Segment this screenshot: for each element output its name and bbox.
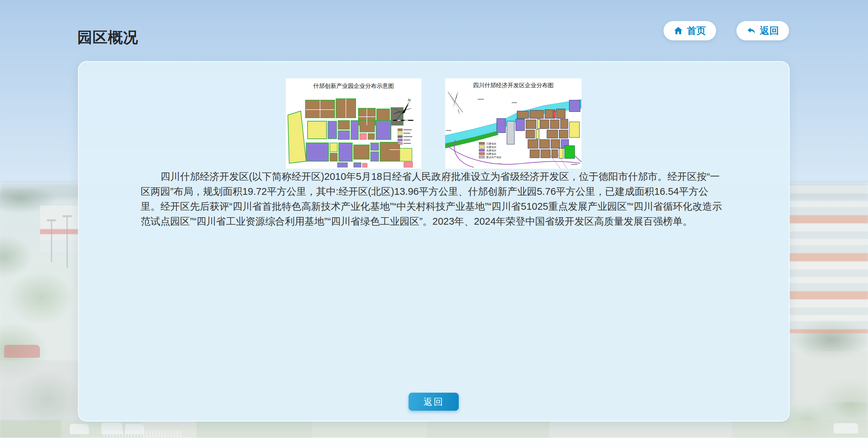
map-right-title: 四川什邡经济开发区企业分布图	[473, 82, 554, 89]
parcel-green	[565, 146, 575, 159]
back-arrow-icon	[747, 26, 756, 35]
back-button-bottom[interactable]: 返回	[409, 393, 459, 411]
overview-paragraph: 四川什邡经济开发区(以下简称经开区)2010年5月18日经省人民政府批准设立为省…	[141, 169, 727, 229]
overview-card: 什邡创新产业园企业分布示意图	[78, 61, 790, 422]
svg-text:N: N	[408, 98, 411, 102]
svg-text:已建地块: 已建地块	[486, 142, 497, 145]
top-nav: 首页 返回	[664, 21, 789, 40]
home-icon	[674, 26, 683, 35]
home-button-label: 首页	[687, 24, 706, 37]
parcel-gray	[507, 121, 514, 144]
scale-bar	[393, 120, 413, 121]
svg-text:未建地块: 未建地块	[486, 149, 497, 152]
parcel-red	[553, 111, 556, 118]
back-button-top[interactable]: 返回	[736, 21, 789, 40]
map-left-title: 什邡创新产业园企业分布示意图	[313, 83, 394, 89]
map-innovation-park: 什邡创新产业园企业分布示意图	[286, 78, 421, 169]
map-economic-zone: 四川什邡经济开发区企业分布图	[445, 78, 581, 169]
page-title: 园区概况	[77, 27, 138, 48]
home-button[interactable]: 首页	[664, 21, 716, 40]
svg-text:拟建地块: 拟建地块	[486, 152, 497, 155]
svg-text:建成停产地块: 建成停产地块	[486, 156, 502, 159]
svg-text:在建地块: 在建地块	[486, 146, 497, 149]
background-bottom-strip	[0, 438, 868, 447]
back-button-top-label: 返回	[760, 24, 779, 37]
